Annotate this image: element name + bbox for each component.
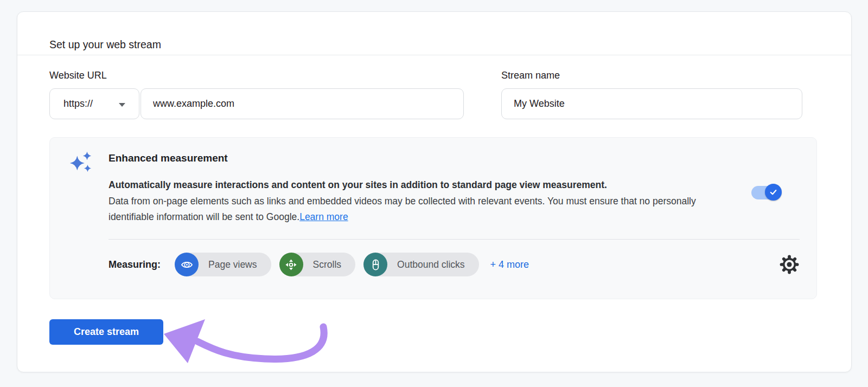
scroll-icon: [279, 253, 303, 276]
stream-name-label: Stream name: [501, 70, 560, 81]
protocol-value: https://: [50, 98, 93, 109]
gear-icon[interactable]: [779, 254, 800, 275]
section-divider: [108, 239, 800, 240]
chip-page-views: Page views: [175, 253, 271, 276]
description-text: Data from on-page elements such as links…: [108, 196, 696, 223]
enhanced-measurement-card: Enhanced measurement Automatically measu…: [49, 137, 817, 299]
stream-name-input[interactable]: [501, 88, 802, 119]
description-bold: Automatically measure interactions and c…: [108, 177, 700, 194]
description-rest: Data from on-page elements such as links…: [108, 194, 700, 225]
website-url-input[interactable]: [141, 88, 464, 119]
sparkle-icon: [68, 150, 93, 175]
website-url-label: Website URL: [49, 70, 107, 81]
enhanced-measurement-toggle[interactable]: [751, 184, 782, 201]
create-stream-button[interactable]: Create stream: [49, 319, 163, 345]
measuring-label: Measuring:: [108, 259, 161, 270]
chevron-down-icon: [119, 103, 125, 107]
protocol-dropdown[interactable]: https://: [49, 88, 139, 119]
chip-outbound-clicks: Outbound clicks: [363, 253, 479, 276]
setup-card: Set up your web stream Website URL https…: [17, 11, 852, 372]
measuring-row: Measuring: Page views: [108, 252, 800, 277]
chip-label: Outbound clicks: [387, 259, 479, 270]
enhanced-measurement-description: Automatically measure interactions and c…: [108, 177, 700, 225]
mouse-icon: [363, 253, 387, 276]
eye-icon: [175, 253, 199, 276]
chip-scrolls: Scrolls: [279, 253, 356, 276]
check-icon: [769, 188, 778, 197]
page-title: Set up your web stream: [49, 38, 161, 51]
more-events-link[interactable]: + 4 more: [490, 259, 529, 270]
toggle-knob: [765, 184, 782, 201]
learn-more-link[interactable]: Learn more: [299, 211, 348, 222]
header-divider: [17, 55, 851, 55]
enhanced-measurement-title: Enhanced measurement: [108, 152, 228, 164]
chip-label: Scrolls: [303, 259, 356, 270]
chip-label: Page views: [199, 259, 271, 270]
